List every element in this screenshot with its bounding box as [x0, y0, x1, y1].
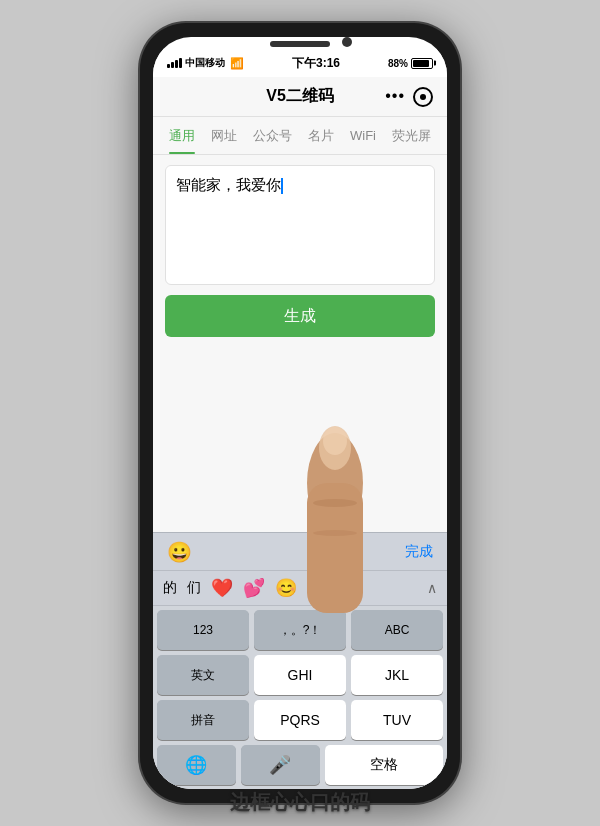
- key-pinyin[interactable]: 拼音: [157, 700, 249, 740]
- input-text: 智能家，我爱你: [176, 176, 281, 193]
- done-button[interactable]: 完成: [405, 543, 433, 561]
- key-123[interactable]: 123: [157, 610, 249, 650]
- key-pqrs[interactable]: PQRS: [254, 700, 346, 740]
- tab-tongyong[interactable]: 通用: [161, 117, 203, 154]
- emoji-done-bar: 😀 完成: [153, 532, 447, 570]
- text-cursor: [281, 178, 283, 194]
- battery-percent: 88%: [388, 58, 408, 69]
- key-row-3: 拼音 PQRS TUV: [157, 700, 443, 740]
- phone-frame: 中国移动 📶 下午3:16 88% V5二维码 •••: [140, 23, 460, 803]
- key-jkl[interactable]: JKL: [351, 655, 443, 695]
- key-microphone[interactable]: 🎤: [241, 745, 320, 785]
- quick-words-bar: 的 们 ❤️ 💕 😊 就 ∧: [153, 570, 447, 606]
- tabs-bar: 通用 网址 公众号 名片 WiFi 荧光屏: [153, 117, 447, 155]
- quick-word-jiu[interactable]: 就: [307, 579, 321, 597]
- app-header: V5二维码 •••: [153, 77, 447, 117]
- quick-word-de[interactable]: 的: [163, 579, 177, 597]
- phone-camera: [342, 37, 352, 47]
- emoji-button[interactable]: 😀: [167, 540, 192, 564]
- tab-mingpian[interactable]: 名片: [300, 117, 342, 154]
- key-row-bottom: 🌐 🎤 空格: [157, 745, 443, 785]
- quick-emoji-hearts[interactable]: 💕: [243, 577, 265, 599]
- quick-emoji-face[interactable]: 😊: [275, 577, 297, 599]
- quick-word-men[interactable]: 们: [187, 579, 201, 597]
- clock: 下午3:16: [292, 55, 340, 72]
- key-row-1: 123 ，。?！ ABC: [157, 610, 443, 650]
- quick-emoji-heart[interactable]: ❤️: [211, 577, 233, 599]
- tab-gongzhonghao[interactable]: 公众号: [245, 117, 300, 154]
- key-row-2: 英文 GHI JKL: [157, 655, 443, 695]
- carrier-signal: 中国移动 📶: [167, 56, 244, 70]
- key-abc[interactable]: ABC: [351, 610, 443, 650]
- key-punctuation[interactable]: ，。?！: [254, 610, 346, 650]
- tab-wangzhi[interactable]: 网址: [203, 117, 245, 154]
- bottom-caption: 边框心心口的码: [0, 789, 600, 816]
- key-english[interactable]: 英文: [157, 655, 249, 695]
- generate-button[interactable]: 生成: [165, 295, 435, 337]
- battery-area: 88%: [388, 58, 433, 69]
- battery-icon: [411, 58, 433, 69]
- header-icons: •••: [385, 87, 433, 107]
- key-tuv[interactable]: TUV: [351, 700, 443, 740]
- phone-speaker: [270, 41, 330, 47]
- key-space[interactable]: 空格: [325, 745, 443, 785]
- more-options-button[interactable]: •••: [385, 87, 405, 107]
- wifi-icon: 📶: [230, 57, 244, 70]
- app-title: V5二维码: [266, 86, 334, 107]
- keyboard-collapse-icon[interactable]: ∧: [427, 580, 437, 596]
- content-area: 智能家，我爱你 生成: [153, 155, 447, 532]
- key-globe[interactable]: 🌐: [157, 745, 236, 785]
- keyboard-rows: 123 ，。?！ ABC 英文 GHI JKL 拼音 PQRS TUV: [153, 606, 447, 789]
- target-icon[interactable]: [413, 87, 433, 107]
- keyboard-area: 😀 完成 的 们 ❤️ 💕 😊 就 ∧ 123 ，。: [153, 532, 447, 789]
- tab-yinguangping[interactable]: 荧光屏: [384, 117, 439, 154]
- phone-screen: 中国移动 📶 下午3:16 88% V5二维码 •••: [153, 37, 447, 789]
- qr-text-input[interactable]: 智能家，我爱你: [165, 165, 435, 285]
- carrier-label: 中国移动: [185, 56, 225, 70]
- key-ghi[interactable]: GHI: [254, 655, 346, 695]
- status-bar: 中国移动 📶 下午3:16 88%: [153, 49, 447, 77]
- tab-wifi[interactable]: WiFi: [342, 117, 384, 154]
